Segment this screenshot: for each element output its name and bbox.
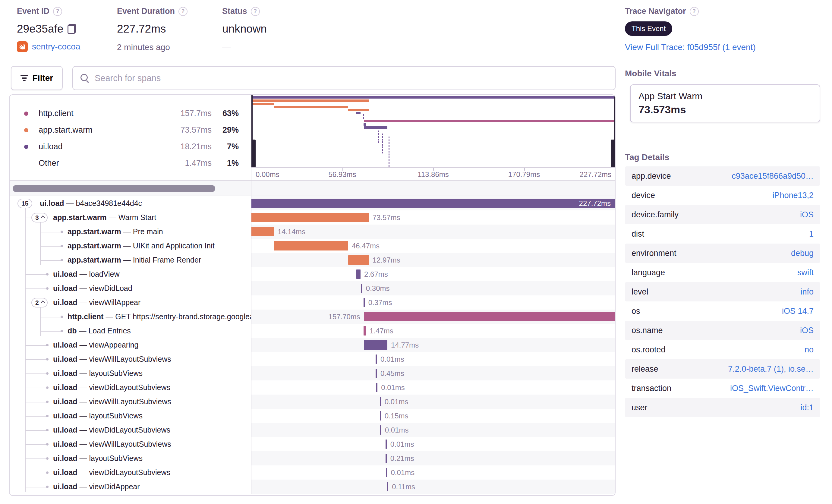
span-duration-bar[interactable] bbox=[252, 227, 274, 236]
help-icon[interactable]: ? bbox=[690, 7, 699, 16]
span-bar-cell[interactable]: 2.67ms bbox=[252, 267, 615, 281]
span-tree-cell[interactable]: ui.load — viewDidLayoutSubviews bbox=[10, 466, 252, 480]
span-duration-bar[interactable] bbox=[364, 312, 615, 321]
span-tree-cell[interactable]: ui.load — viewDidLayoutSubviews bbox=[10, 423, 252, 437]
mobile-vitals-card[interactable]: App Start Warm 73.573ms bbox=[630, 84, 820, 123]
span-row-app-start-warm[interactable]: app.start.warm — Initial Frame Render12.… bbox=[10, 253, 615, 267]
span-duration-bar[interactable] bbox=[386, 468, 387, 477]
tag-value-link[interactable]: debug bbox=[791, 249, 814, 258]
filter-button[interactable]: Filter bbox=[11, 66, 63, 90]
span-bar-cell[interactable]: 0.21ms bbox=[252, 451, 615, 466]
tag-value-link[interactable]: iOS 14.7 bbox=[782, 307, 814, 316]
span-row-app-start-warm[interactable]: app.start.warm — UIKit and Application I… bbox=[10, 239, 615, 253]
span-tree-cell[interactable]: app.start.warm — UIKit and Application I… bbox=[10, 239, 252, 253]
span-duration-bar[interactable] bbox=[252, 198, 615, 208]
span-tree-cell[interactable]: ui.load — loadView bbox=[10, 267, 252, 281]
span-tree-cell[interactable]: ui.load — layoutSubViews bbox=[10, 451, 252, 466]
span-bar-cell[interactable]: 227.72ms bbox=[252, 196, 615, 210]
span-bar-cell[interactable]: 0.15ms bbox=[252, 409, 615, 423]
tag-value-link[interactable]: iOS bbox=[800, 326, 814, 335]
span-row-ui-load[interactable]: ui.load — layoutSubViews0.21ms bbox=[10, 451, 615, 466]
span-row-ui-load[interactable]: ui.load — viewDidLoad0.30ms bbox=[10, 281, 615, 295]
span-duration-bar[interactable] bbox=[375, 354, 377, 364]
span-tree-cell[interactable]: ui.load — viewWillLayoutSubviews bbox=[10, 437, 252, 451]
view-full-trace-link[interactable]: View Full Trace: f05d955f (1 event) bbox=[625, 43, 756, 52]
span-row-ui-load[interactable]: ui.load — viewDidLayoutSubviews0.01ms bbox=[10, 423, 615, 437]
span-row-ui-load[interactable]: 2ui.load — viewWillAppear0.37ms bbox=[10, 295, 615, 310]
span-row-db[interactable]: db — Load Entries1.47ms bbox=[10, 324, 615, 338]
tag-value-link[interactable]: 1 bbox=[809, 230, 814, 239]
legend-item-http-client[interactable]: http.client157.7ms63% bbox=[10, 105, 251, 122]
span-tree-cell[interactable]: 15ui.load — b4ace34981e44d4c bbox=[10, 196, 252, 210]
span-row-ui-load[interactable]: ui.load — loadView2.67ms bbox=[10, 267, 615, 281]
span-bar-cell[interactable]: 0.01ms bbox=[252, 437, 615, 451]
project-link[interactable]: sentry-cocoa bbox=[32, 42, 80, 52]
span-bar-cell[interactable]: 12.97ms bbox=[252, 253, 615, 267]
span-bar-cell[interactable]: 0.30ms bbox=[252, 281, 615, 295]
span-bar-cell[interactable]: 0.45ms bbox=[252, 366, 615, 380]
span-bar-cell[interactable]: 1.47ms bbox=[252, 324, 615, 338]
span-bar-cell[interactable]: 14.77ms bbox=[252, 338, 615, 352]
span-duration-bar[interactable] bbox=[356, 269, 361, 279]
span-bar-cell[interactable]: 73.57ms bbox=[252, 210, 615, 224]
span-bar-cell[interactable]: 0.01ms bbox=[252, 380, 615, 395]
tag-value-link[interactable]: iOS_Swift.ViewContr… bbox=[730, 384, 814, 393]
minimap-canvas[interactable] bbox=[252, 95, 615, 167]
span-duration-bar[interactable] bbox=[252, 213, 369, 222]
span-bar-cell[interactable]: 157.70ms bbox=[252, 310, 615, 324]
trace-minimap[interactable]: 0.00ms56.93ms113.86ms170.79ms227.72ms bbox=[252, 95, 615, 180]
span-row-app-start-warm[interactable]: 3app.start.warm — Warm Start73.57ms bbox=[10, 210, 615, 224]
span-duration-bar[interactable] bbox=[348, 255, 369, 265]
span-bar-cell[interactable]: 46.47ms bbox=[252, 239, 615, 253]
minimap-drag-handle[interactable] bbox=[252, 139, 256, 167]
span-bar-cell[interactable]: 14.14ms bbox=[252, 224, 615, 239]
span-bar-cell[interactable]: 0.01ms bbox=[252, 423, 615, 437]
span-bar-cell[interactable]: 0.01ms bbox=[252, 352, 615, 366]
span-count-pill[interactable]: 15 bbox=[18, 198, 32, 208]
span-row-ui-load[interactable]: 15ui.load — b4ace34981e44d4c227.72ms bbox=[10, 196, 615, 210]
span-row-ui-load[interactable]: ui.load — viewDidAppear0.11ms bbox=[10, 480, 615, 494]
span-tree-cell[interactable]: ui.load — viewWillLayoutSubviews bbox=[10, 395, 252, 409]
span-row-ui-load[interactable]: ui.load — layoutSubViews0.45ms bbox=[10, 366, 615, 380]
span-tree-cell[interactable]: 2ui.load — viewWillAppear bbox=[10, 295, 252, 310]
span-duration-bar[interactable] bbox=[364, 340, 387, 350]
span-tree-cell[interactable]: 3app.start.warm — Warm Start bbox=[10, 210, 252, 224]
span-tree-cell[interactable]: db — Load Entries bbox=[10, 324, 252, 338]
span-row-ui-load[interactable]: ui.load — viewAppearing14.77ms bbox=[10, 338, 615, 352]
tag-value-link[interactable]: info bbox=[800, 287, 814, 297]
span-duration-bar[interactable] bbox=[380, 425, 381, 435]
span-row-ui-load[interactable]: ui.load — viewDidLayoutSubviews0.01ms bbox=[10, 380, 615, 395]
span-bar-cell[interactable]: 0.01ms bbox=[252, 395, 615, 409]
help-icon[interactable]: ? bbox=[179, 7, 187, 16]
span-tree-cell[interactable]: ui.load — viewDidLoad bbox=[10, 281, 252, 295]
legend-item-Other[interactable]: Other1.47ms1% bbox=[10, 155, 251, 171]
span-row-ui-load[interactable]: ui.load — viewWillLayoutSubviews0.01ms bbox=[10, 352, 615, 366]
legend-item-ui-load[interactable]: ui.load18.21ms7% bbox=[10, 138, 251, 155]
span-bar-cell[interactable]: 0.01ms bbox=[252, 466, 615, 480]
span-tree-cell[interactable]: app.start.warm — Initial Frame Render bbox=[10, 253, 252, 267]
span-tree-cell[interactable]: ui.load — layoutSubViews bbox=[10, 409, 252, 423]
help-icon[interactable]: ? bbox=[251, 7, 260, 16]
span-duration-bar[interactable] bbox=[387, 482, 388, 491]
span-count-pill[interactable]: 2 bbox=[31, 298, 48, 308]
span-tree-cell[interactable]: ui.load — viewAppearing bbox=[10, 338, 252, 352]
help-icon[interactable]: ? bbox=[53, 7, 62, 16]
tag-value-link[interactable]: id:1 bbox=[800, 403, 814, 413]
span-count-pill[interactable]: 3 bbox=[31, 213, 48, 222]
span-row-ui-load[interactable]: ui.load — viewWillLayoutSubviews0.01ms bbox=[10, 437, 615, 451]
tag-value-link[interactable]: iOS bbox=[800, 210, 814, 219]
tag-value-link[interactable]: no bbox=[805, 345, 814, 354]
tag-value-link[interactable]: c93ace15f866a9d50… bbox=[732, 171, 814, 181]
span-duration-bar[interactable] bbox=[274, 241, 348, 250]
span-row-app-start-warm[interactable]: app.start.warm — Pre main14.14ms bbox=[10, 224, 615, 239]
span-duration-bar[interactable] bbox=[380, 411, 381, 421]
tag-value-link[interactable]: swift bbox=[797, 268, 814, 277]
legend-item-app-start-warm[interactable]: app.start.warm73.57ms29% bbox=[10, 122, 251, 138]
span-duration-bar[interactable] bbox=[361, 284, 362, 293]
tag-value-link[interactable]: iPhone13,2 bbox=[772, 191, 814, 200]
span-tree-cell[interactable]: http.client — GET https://sentry-brand.s… bbox=[10, 310, 252, 324]
span-duration-bar[interactable] bbox=[364, 326, 366, 336]
span-search-box[interactable] bbox=[72, 66, 616, 90]
span-bar-cell[interactable]: 0.11ms bbox=[252, 480, 615, 494]
span-tree-cell[interactable]: app.start.warm — Pre main bbox=[10, 224, 252, 239]
